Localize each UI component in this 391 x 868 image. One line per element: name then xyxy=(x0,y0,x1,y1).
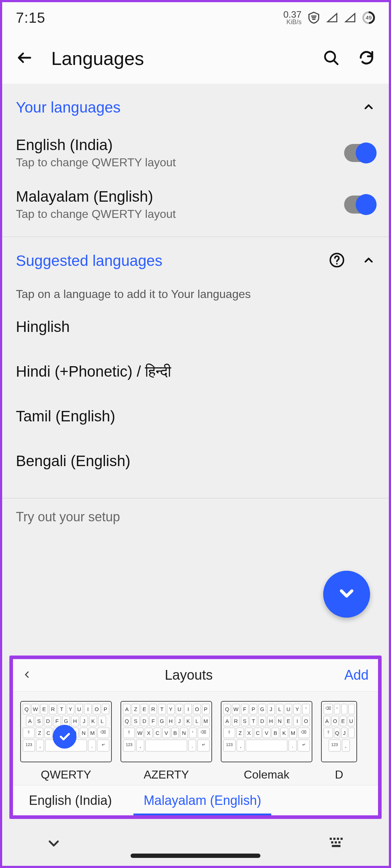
language-row-malayalam-english[interactable]: Malayalam (English) Tap to change QWERTY… xyxy=(2,179,389,230)
check-icon xyxy=(53,725,76,749)
layout-card-colemak[interactable]: QWFPGJLUY'ARSTDHNEIO⇧ZXCVBKM⌫123,.↵Colem… xyxy=(221,701,312,781)
overlay-title: Layouts xyxy=(33,667,344,683)
toggle-english-india[interactable] xyxy=(344,144,375,162)
language-subtitle: Tap to change QWERTY layout xyxy=(16,207,176,221)
language-name: English (India) xyxy=(16,136,176,154)
language-subtitle: Tap to change QWERTY layout xyxy=(16,156,176,169)
layout-card-d[interactable]: ⌫'AOEU⇧QJ123,D xyxy=(321,701,357,781)
svg-rect-9 xyxy=(331,841,333,843)
status-netrate: 0.37 KiB/s xyxy=(283,10,302,25)
suggested-item-hindi[interactable]: Hindi (+Phonetic) / हिन्दी xyxy=(2,349,389,394)
help-icon[interactable] xyxy=(329,252,345,269)
svg-rect-8 xyxy=(341,838,343,840)
vpn-shield-icon xyxy=(307,11,320,24)
layout-label: QWERTY xyxy=(41,768,91,781)
suggested-item-bengali[interactable]: Bengali (English) xyxy=(2,439,389,483)
tryout-label: Try out your setup xyxy=(2,498,389,532)
language-name: Malayalam (English) xyxy=(16,188,176,205)
signal-icon-2 xyxy=(344,12,356,24)
overlay-add-button[interactable]: Add xyxy=(344,667,369,683)
layout-label: D xyxy=(335,768,343,781)
svg-rect-5 xyxy=(330,838,332,840)
svg-rect-12 xyxy=(332,845,341,847)
layouts-row[interactable]: QWERTYUIOPASDFGHJKL⇧ZCXVBNM⌫123,.↵QWERTY… xyxy=(13,692,378,785)
chevron-down-icon xyxy=(336,583,357,605)
status-bar: 7:15 0.37 KiB/s 49 xyxy=(2,2,389,33)
chevron-up-icon xyxy=(362,100,375,115)
toggle-malayalam-english[interactable] xyxy=(344,196,375,214)
battery-ring-icon: 49 xyxy=(362,11,375,24)
refresh-icon[interactable] xyxy=(358,49,375,68)
layout-label: AZERTY xyxy=(144,768,189,781)
section-title-your-languages: Your languages xyxy=(16,99,362,116)
svg-rect-7 xyxy=(337,838,339,840)
page-title: Languages xyxy=(51,48,304,69)
keyboard-preview: ⌫'AOEU⇧QJ123, xyxy=(321,701,357,762)
overlay-tabs: English (India) Malayalam (English) xyxy=(13,785,378,815)
keyboard-switcher-icon[interactable] xyxy=(328,836,346,852)
svg-rect-6 xyxy=(333,838,335,840)
section-your-languages-header[interactable]: Your languages xyxy=(2,84,389,127)
suggested-hint: Tap on a language to add it to Your lang… xyxy=(2,280,389,304)
nav-chevron-down-icon[interactable] xyxy=(45,835,62,853)
layout-card-qwerty[interactable]: QWERTYUIOPASDFGHJKL⇧ZCXVBNM⌫123,.↵QWERTY xyxy=(20,701,112,781)
language-row-english-india[interactable]: English (India) Tap to change QWERTY lay… xyxy=(2,127,389,179)
section-suggested-header[interactable]: Suggested languages xyxy=(2,237,389,280)
layout-card-azerty[interactable]: AZERTYUIOPQSDFGHJKLM⇧WXCVBN'⌫123,.↵AZERT… xyxy=(120,701,212,781)
search-icon[interactable] xyxy=(322,49,340,68)
system-nav-bar xyxy=(2,823,389,866)
expand-fab-button[interactable] xyxy=(323,571,370,618)
svg-point-4 xyxy=(336,263,338,264)
suggested-item-hinglish[interactable]: Hinglish xyxy=(2,304,389,349)
overlay-tab-english-india[interactable]: English (India) xyxy=(13,785,128,815)
overlay-tab-malayalam-english[interactable]: Malayalam (English) xyxy=(128,785,277,815)
overlay-back-icon[interactable] xyxy=(22,670,33,681)
svg-rect-11 xyxy=(338,841,341,843)
keyboard-preview: AZERTYUIOPQSDFGHJKLM⇧WXCVBN'⌫123,.↵ xyxy=(120,701,212,762)
back-icon[interactable] xyxy=(16,49,33,68)
gesture-pill[interactable] xyxy=(131,854,260,858)
layout-label: Colemak xyxy=(244,768,289,781)
keyboard-preview: QWERTYUIOPASDFGHJKL⇧ZCXVBNM⌫123,.↵ xyxy=(20,701,112,762)
layouts-overlay-panel: Layouts Add QWERTYUIOPASDFGHJKL⇧ZCXVBNM⌫… xyxy=(9,656,382,819)
signal-icon-1 xyxy=(326,12,338,24)
keyboard-preview: QWFPGJLUY'ARSTDHNEIO⇧ZXCVBKM⌫123,.↵ xyxy=(221,701,312,762)
section-title-suggested: Suggested languages xyxy=(16,252,329,269)
app-bar: Languages xyxy=(2,33,389,84)
suggested-item-tamil[interactable]: Tamil (English) xyxy=(2,394,389,439)
chevron-up-icon xyxy=(362,254,375,268)
svg-rect-10 xyxy=(335,841,337,843)
status-clock: 7:15 xyxy=(16,10,45,26)
